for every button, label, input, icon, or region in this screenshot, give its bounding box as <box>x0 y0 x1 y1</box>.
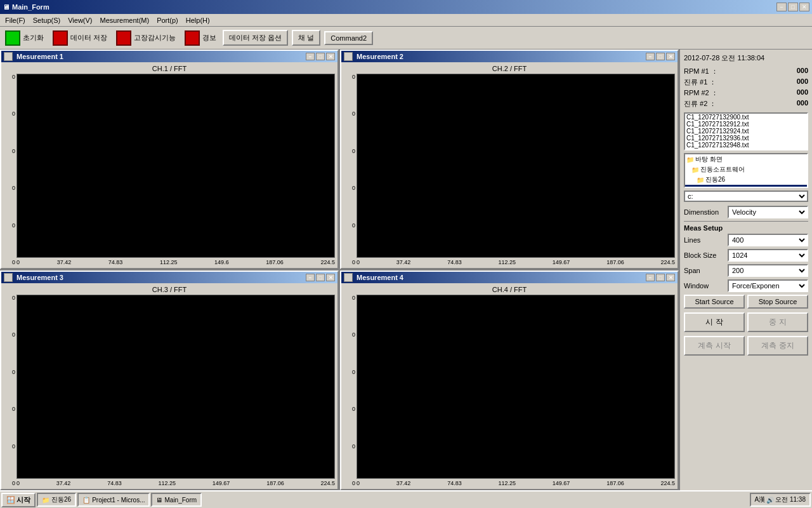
meas2-x-axis: 0 37.42 74.83 112.25 149.67 187.06 224.5 <box>357 258 675 265</box>
folder-26[interactable]: 📁 진동26 <box>685 175 807 185</box>
meas2-close[interactable]: ✕ <box>666 53 675 60</box>
save-button[interactable]: 데이터 저장 <box>50 29 110 47</box>
title-bar-text: 🖥 Main_Form <box>3 3 49 11</box>
menu-view[interactable]: View(V) <box>64 15 96 25</box>
command2-button[interactable]: Command2 <box>324 31 373 45</box>
meas2-chart-area: CH.2 / FFT 0 0 0 0 0 0 0 37.42 <box>341 62 678 268</box>
maximize-button[interactable]: □ <box>788 3 798 11</box>
meas4-chart-inner: 0 37.42 74.83 112.25 149.67 187.06 224.5 <box>357 295 675 486</box>
folder-label-desktop: 바탕 화면 <box>695 155 723 164</box>
current1-label: 진류 #1 ： <box>684 77 716 87</box>
taskbar-item-1[interactable]: 📋 Project1 - Micros... <box>77 493 150 507</box>
control-buttons: 시 작 중 지 <box>684 312 808 332</box>
folder-tree[interactable]: 📁 바탕 화면 📁 진동소프트웨어 📁 진동26 📁 데이터 <box>684 153 808 188</box>
meas1-min[interactable]: − <box>306 53 315 60</box>
file-list[interactable]: C1_120727132900.txt C1_120727132912.txt … <box>684 112 808 150</box>
datetime-display: 2012-07-28 오전 11:38:04 <box>684 53 808 63</box>
rpm2-value: 000 <box>797 88 808 98</box>
divider-1 <box>684 221 808 222</box>
alarm-led <box>185 30 200 46</box>
menu-port[interactable]: Port(p) <box>153 15 182 25</box>
meas2-max[interactable]: □ <box>656 53 665 60</box>
folder-label-data: 데이터 <box>710 185 730 188</box>
alarm-button[interactable]: 경보 <box>182 29 219 47</box>
minimize-button[interactable]: − <box>776 3 787 11</box>
menu-setup[interactable]: Setup(S) <box>29 15 64 25</box>
measurement-3: Mesurement 3 − □ ✕ CH.3 / FFT 0 0 0 0 0 <box>0 271 339 490</box>
file-item-0[interactable]: C1_120727132900.txt <box>685 114 807 121</box>
save-label: 데이터 저장 <box>70 33 107 43</box>
blocksize-select[interactable]: 1024 2048 4096 <box>728 249 808 262</box>
menu-file[interactable]: File(F) <box>1 15 29 25</box>
file-item-1[interactable]: C1_120727132912.txt <box>685 121 807 128</box>
meas4-controls: − □ ✕ <box>646 274 675 281</box>
source-buttons: Start Source Stop Source <box>684 295 808 309</box>
folder-software[interactable]: 📁 진동소프트웨어 <box>685 164 807 175</box>
dimension-select[interactable]: Velocity Acceleration Displacement <box>728 206 808 218</box>
close-button[interactable]: ✕ <box>799 3 809 11</box>
file-item-2[interactable]: C1_120727132924.txt <box>685 128 807 135</box>
menu-mesurement[interactable]: Mesurement(M) <box>96 15 154 25</box>
file-item-4[interactable]: C1_120727132948.txt <box>685 142 807 149</box>
taskbar: 🪟 시작 📁 진동26 📋 Project1 - Micros... 🖥 Mai… <box>0 490 812 508</box>
drive-select[interactable]: c: <box>684 190 808 202</box>
init-label: 초기화 <box>23 33 44 43</box>
meas1-title-bar: Mesurement 1 − □ ✕ <box>1 51 337 62</box>
window-select[interactable]: Force/Exponen Hanning Flat Top <box>728 279 808 292</box>
meas3-chart-container: 0 0 0 0 0 0 0 37.42 74.83 112.25 <box>4 295 335 486</box>
taskbar-item-2[interactable]: 🖥 Main_Form <box>151 493 202 507</box>
channel-button[interactable]: 채 널 <box>292 30 320 46</box>
meas1-chart-area: CH.1 / FFT 0 0 0 0 0 0 0 37.42 <box>1 62 337 268</box>
meas3-close[interactable]: ✕ <box>326 274 335 281</box>
meas4-icon <box>344 273 353 282</box>
meas1-max[interactable]: □ <box>316 53 325 60</box>
current2-row: 진류 #2 ： 000 <box>684 99 808 109</box>
meas3-chart-title: CH.3 / FFT <box>4 286 335 293</box>
file-item-3[interactable]: C1_120727132936.txt <box>685 135 807 142</box>
folder-desktop[interactable]: 📁 바탕 화면 <box>685 154 807 164</box>
meas3-chart-inner: 0 37.42 74.83 112.25 149.67 187.06 224.5 <box>16 295 335 486</box>
init-led <box>5 30 20 46</box>
title-bar: 🖥 Main_Form − □ ✕ <box>0 0 812 14</box>
meas3-canvas <box>16 295 335 479</box>
meas4-max[interactable]: □ <box>656 274 665 281</box>
meas3-max[interactable]: □ <box>316 274 325 281</box>
meas4-close[interactable]: ✕ <box>666 274 675 281</box>
rpm2-label: RPM #2 ： <box>684 88 718 98</box>
meas3-icon <box>4 273 13 282</box>
current1-value: 000 <box>797 77 808 87</box>
fault-led <box>116 30 131 46</box>
save-options-button[interactable]: 데이터 저장 옵션 <box>223 30 288 46</box>
toolbar: 초기화 데이터 저장 고장감시기능 경보 데이터 저장 옵션 채 널 Comma… <box>0 27 812 50</box>
start-label: 시작 <box>16 495 30 505</box>
rpm1-value: 000 <box>797 67 808 76</box>
meas2-title: Mesurement 2 <box>357 53 403 60</box>
meas1-canvas <box>16 74 335 258</box>
meas1-close[interactable]: ✕ <box>326 53 335 60</box>
start-source-button[interactable]: Start Source <box>684 295 745 309</box>
span-select[interactable]: 200 400 800 <box>728 264 808 277</box>
fault-button[interactable]: 고장감시기능 <box>114 29 178 47</box>
meas2-min[interactable]: − <box>646 53 655 60</box>
folder-data[interactable]: 📁 데이터 <box>685 185 807 188</box>
meas4-min[interactable]: − <box>646 274 655 281</box>
span-row: Span 200 400 800 <box>684 264 808 277</box>
measurement-1: Mesurement 1 − □ ✕ CH.1 / FFT 0 0 0 0 0 <box>0 50 339 269</box>
stop-source-button[interactable]: Stop Source <box>747 295 808 309</box>
start-menu-button[interactable]: 🪟 시작 <box>1 493 36 507</box>
taskbar-item-0[interactable]: 📁 진동26 <box>37 493 76 507</box>
folder-icon-data: 📁 <box>702 187 709 189</box>
init-button[interactable]: 초기화 <box>3 29 46 47</box>
meas1-controls: − □ ✕ <box>306 53 335 60</box>
app-icon-taskbar: 🖥 <box>156 497 162 504</box>
current1-row: 진류 #1 ： 000 <box>684 77 808 87</box>
meas2-controls: − □ ✕ <box>646 53 675 60</box>
lines-select[interactable]: 400 800 1600 <box>728 234 808 246</box>
meas3-min[interactable]: − <box>306 274 315 281</box>
menu-help[interactable]: Help(H) <box>182 15 214 25</box>
windows-icon: 🪟 <box>6 496 15 504</box>
start-button[interactable]: 시 작 <box>684 312 745 332</box>
meas2-chart-inner: 0 37.42 74.83 112.25 149.67 187.06 224.5 <box>357 74 675 265</box>
meas1-icon <box>4 52 13 61</box>
meas4-y-axis: 0 0 0 0 0 0 <box>344 295 357 486</box>
